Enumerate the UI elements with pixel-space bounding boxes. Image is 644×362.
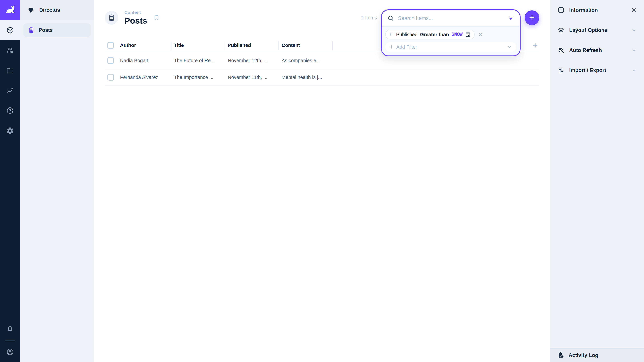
database-icon (28, 27, 34, 33)
table-header-checkbox-cell (105, 42, 118, 49)
close-sidebar-button[interactable] (630, 7, 637, 13)
table-row[interactable]: Fernanda Alvarez The Importance ... Nove… (105, 69, 539, 86)
module-bar-spacer (0, 141, 20, 319)
insights-icon (6, 86, 14, 94)
folder-icon (6, 66, 14, 74)
filter-value[interactable]: $NOW (452, 32, 462, 37)
filter-chip[interactable]: Published Greater than $NOW (385, 30, 474, 39)
nav-item-posts[interactable]: Posts (24, 23, 90, 37)
cell-content: As companies e... (279, 58, 333, 63)
search-input[interactable] (398, 15, 504, 21)
filter-field[interactable]: Published (396, 32, 418, 37)
filter-section: Published Greater than $NOW (382, 26, 520, 55)
directus-rabbit-icon (4, 4, 16, 16)
items-count: 2 Items (361, 15, 377, 21)
account-button[interactable] (0, 342, 20, 362)
import-export-icon (557, 66, 565, 74)
sidebar-section-label: Information (569, 7, 598, 13)
module-content[interactable] (0, 20, 20, 40)
calendar-icon[interactable] (465, 31, 471, 37)
info-icon (557, 6, 565, 14)
sidebar-section-layout-options[interactable]: Layout Options (550, 20, 644, 40)
remove-filter-button[interactable] (478, 32, 483, 37)
plus-icon (532, 42, 539, 49)
right-sidebar: Information Layout Options (550, 0, 644, 362)
database-icon (108, 14, 116, 22)
nav-item-label: Posts (38, 27, 53, 33)
cell-title: The Importance ... (171, 75, 225, 80)
project-header[interactable]: Directus (20, 0, 94, 20)
filter-bars-icon[interactable] (507, 15, 514, 22)
svg-text:?: ? (9, 108, 12, 113)
users-icon (6, 46, 14, 54)
activity-log-label: Activity Log (568, 352, 598, 358)
module-user-directory[interactable] (0, 40, 20, 60)
collection-icon-button[interactable] (105, 11, 118, 25)
add-filter-button[interactable]: Add Filter (385, 42, 516, 52)
row-checkbox-cell (105, 74, 118, 81)
cube-icon (6, 26, 14, 34)
cell-published: November 11th, ... (225, 75, 279, 80)
row-checkbox[interactable] (107, 57, 114, 64)
cell-content: Mental health is j... (279, 75, 333, 80)
close-icon (478, 32, 483, 37)
avatar-icon (6, 348, 14, 356)
column-header-author[interactable]: Author (118, 41, 171, 50)
add-filter-label: Add Filter (396, 44, 417, 50)
sync-disabled-icon (557, 46, 565, 54)
title-block: Content Posts (124, 10, 147, 26)
search-bar (382, 10, 520, 26)
project-name: Directus (39, 7, 60, 13)
module-bar: ? (0, 0, 20, 362)
collection-nav: Directus Posts (20, 0, 94, 362)
cell-author: Nadia Bogart (118, 58, 171, 63)
chevron-down-icon (507, 44, 513, 50)
bell-icon (6, 325, 14, 333)
column-header-published[interactable]: Published (225, 41, 279, 50)
module-bar-divider (5, 340, 15, 341)
clipboard-clock-icon (557, 352, 564, 359)
cell-published: November 12th, ... (225, 58, 279, 63)
directus-logo-button[interactable] (0, 0, 20, 20)
activity-log-button[interactable]: Activity Log (550, 348, 644, 362)
drag-handle-icon[interactable] (389, 32, 394, 37)
bookmark-icon[interactable] (153, 14, 160, 21)
chevron-down-icon (630, 47, 637, 54)
page-title: Posts (124, 16, 147, 26)
sidebar-section-information[interactable]: Information (550, 0, 644, 20)
cell-author: Fernanda Alvarez (118, 75, 171, 80)
chevron-down-icon (630, 67, 637, 74)
close-icon (630, 7, 637, 13)
breadcrumb[interactable]: Content (124, 10, 147, 15)
add-item-button[interactable] (524, 10, 539, 25)
column-header-content[interactable]: Content (279, 41, 333, 50)
module-insights[interactable] (0, 80, 20, 100)
notifications-button[interactable] (0, 319, 20, 339)
filter-operator[interactable]: Greater than (420, 32, 449, 37)
row-checkbox-cell (105, 57, 118, 64)
layers-icon (557, 26, 565, 34)
sidebar-section-label: Import / Export (569, 67, 606, 73)
module-settings[interactable] (0, 121, 20, 141)
help-icon: ? (6, 107, 14, 115)
search-filter-panel: Published Greater than $NOW (381, 9, 520, 56)
add-column-button[interactable] (532, 42, 539, 49)
plus-icon (528, 14, 536, 22)
plus-icon (389, 44, 394, 50)
column-header-title[interactable]: Title (171, 41, 225, 50)
module-docs[interactable]: ? (0, 100, 20, 121)
select-all-checkbox[interactable] (107, 42, 114, 49)
sidebar-section-auto-refresh[interactable]: Auto Refresh (550, 40, 644, 60)
fan-logo-icon (27, 6, 34, 14)
chevron-down-icon (630, 27, 637, 33)
cell-title: The Future of Re... (171, 58, 225, 63)
sidebar-section-label: Auto Refresh (569, 47, 602, 53)
filter-chip-row: Published Greater than $NOW (385, 30, 516, 39)
gear-icon (6, 127, 14, 135)
sidebar-section-import-export[interactable]: Import / Export (550, 60, 644, 80)
nav-items: Posts (20, 20, 94, 40)
row-checkbox[interactable] (107, 74, 114, 81)
search-icon (387, 15, 394, 22)
module-file-library[interactable] (0, 60, 20, 80)
sidebar-section-label: Layout Options (569, 27, 607, 33)
